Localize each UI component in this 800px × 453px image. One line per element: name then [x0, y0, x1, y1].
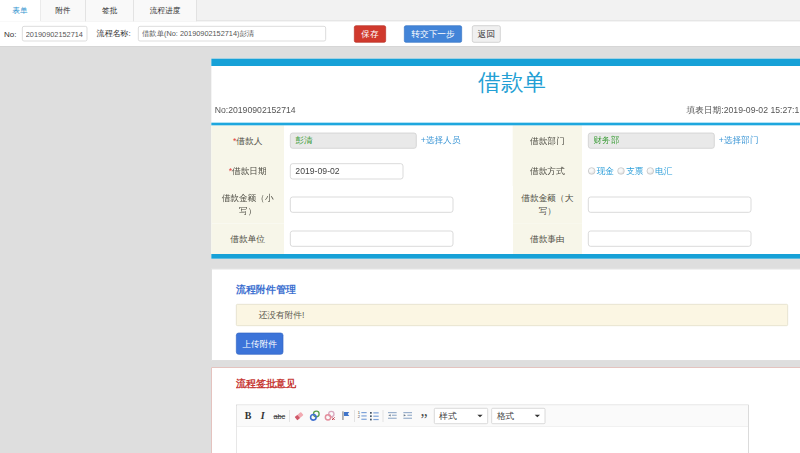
- toolbar-separator: [383, 410, 384, 422]
- back-button[interactable]: 返回: [472, 25, 501, 42]
- form-table: *借款人 +选择人员 借款部门 +选择部门 *借款日期 借款方式: [211, 125, 800, 258]
- tab-sign[interactable]: 签批: [86, 0, 134, 21]
- amount-small-input[interactable]: [290, 197, 453, 213]
- link-icon[interactable]: [307, 408, 322, 423]
- borrower-input[interactable]: [290, 133, 417, 149]
- no-attachment-alert: 还没有附件!: [236, 304, 788, 326]
- loan-form-panel: 借款单 No:20190902152714 填表日期:2019-09-02 15…: [211, 59, 800, 259]
- unit-input[interactable]: [290, 231, 453, 247]
- department-input[interactable]: [588, 133, 715, 149]
- reason-label: 借款事由: [513, 223, 582, 254]
- unit-label: 借款单位: [211, 223, 284, 254]
- unit-field: [284, 223, 513, 254]
- editor-content[interactable]: [237, 427, 748, 453]
- remove-format-icon[interactable]: [291, 408, 306, 423]
- radio-cheque-label[interactable]: 支票: [626, 165, 643, 177]
- amount-big-label: 借款金额（大写）: [513, 186, 582, 223]
- bullet-list-icon[interactable]: [368, 408, 380, 423]
- borrower-field: +选择人员: [284, 125, 513, 156]
- next-step-button[interactable]: 转交下一步: [404, 25, 462, 42]
- amount-big-field: [582, 186, 800, 223]
- save-button[interactable]: 保存: [354, 25, 386, 42]
- select-person-link[interactable]: +选择人员: [421, 135, 461, 147]
- radio-cash-label[interactable]: 现金: [597, 165, 614, 177]
- command-bar: No: 流程名称: 保存 转交下一步 返回: [0, 21, 800, 46]
- attachments-panel: 流程附件管理 还没有附件! 上传附件: [211, 269, 800, 361]
- amount-small-field: [284, 186, 513, 223]
- page-body: 借款单 No:20190902152714 填表日期:2019-09-02 15…: [0, 59, 800, 453]
- form-date-text: 填表日期:2019-09-02 15:27:1: [687, 105, 800, 117]
- method-field: 现金 支票 电汇: [582, 156, 800, 186]
- format-select[interactable]: 格式: [491, 408, 545, 424]
- italic-icon[interactable]: I: [256, 408, 269, 423]
- date-field: [284, 156, 513, 186]
- method-label: 借款方式: [513, 156, 582, 186]
- upload-attachment-button[interactable]: 上传附件: [236, 333, 283, 355]
- borrower-label: *借款人: [211, 125, 284, 156]
- radio-wire-label[interactable]: 电汇: [655, 165, 672, 177]
- reason-input[interactable]: [588, 231, 751, 247]
- bold-icon[interactable]: B: [241, 408, 254, 423]
- radio-cash[interactable]: [588, 167, 595, 174]
- attachments-title: 流程附件管理: [236, 283, 788, 296]
- screen: 表单 附件 签批 流程进度 No: 流程名称: 保存 转交下一步 返回 借款单 …: [0, 0, 800, 453]
- caret-down-icon: [535, 414, 540, 417]
- date-input[interactable]: [290, 163, 403, 179]
- reason-field: [582, 223, 800, 254]
- tab-form[interactable]: 表单: [0, 0, 41, 21]
- form-top-bar: [211, 59, 800, 66]
- toolbar-separator: [289, 410, 290, 422]
- tab-progress[interactable]: 流程进度: [134, 0, 197, 21]
- anchor-flag-icon[interactable]: [338, 408, 353, 423]
- select-department-link[interactable]: +选择部门: [719, 135, 759, 147]
- format-select-value: 格式: [497, 410, 514, 422]
- toolbar-separator: [354, 410, 355, 422]
- unlink-icon[interactable]: [322, 408, 337, 423]
- editor-toolbar: B I abc: [237, 405, 748, 426]
- amount-big-input[interactable]: [588, 197, 751, 213]
- approval-panel: 流程签批意见 B I abc: [211, 367, 800, 453]
- outdent-icon[interactable]: [386, 408, 398, 423]
- indent-icon[interactable]: [401, 408, 413, 423]
- form-subheader: No:20190902152714 填表日期:2019-09-02 15:27:…: [211, 95, 800, 125]
- form-no-text: No:20190902152714: [215, 105, 296, 115]
- strikethrough-icon[interactable]: abc: [271, 408, 288, 423]
- ordered-list-icon[interactable]: 1 2: [356, 408, 368, 423]
- radio-wire[interactable]: [647, 167, 654, 174]
- tab-bar: 表单 附件 签批 流程进度: [0, 0, 800, 21]
- style-select-value: 样式: [439, 410, 456, 422]
- no-label: No:: [4, 29, 16, 38]
- style-select[interactable]: 样式: [434, 408, 488, 424]
- form-title: 借款单: [211, 69, 800, 96]
- flow-name-label: 流程名称:: [96, 28, 130, 39]
- tab-attachment[interactable]: 附件: [41, 0, 86, 21]
- svg-text:2: 2: [357, 414, 360, 419]
- rich-text-editor: B I abc: [236, 405, 749, 453]
- approval-title: 流程签批意见: [236, 377, 788, 390]
- radio-cheque[interactable]: [617, 167, 624, 174]
- department-field: +选择部门: [582, 125, 800, 156]
- date-label: *借款日期: [211, 156, 284, 186]
- app-window: 表单 附件 签批 流程进度 No: 流程名称: 保存 转交下一步 返回 借款单 …: [0, 0, 800, 453]
- blockquote-icon[interactable]: ”: [419, 405, 430, 426]
- caret-down-icon: [477, 414, 482, 417]
- department-label: 借款部门: [513, 125, 582, 156]
- no-input[interactable]: [22, 26, 87, 41]
- amount-small-label: 借款金额（小写）: [211, 186, 284, 223]
- flow-name-input[interactable]: [138, 26, 326, 41]
